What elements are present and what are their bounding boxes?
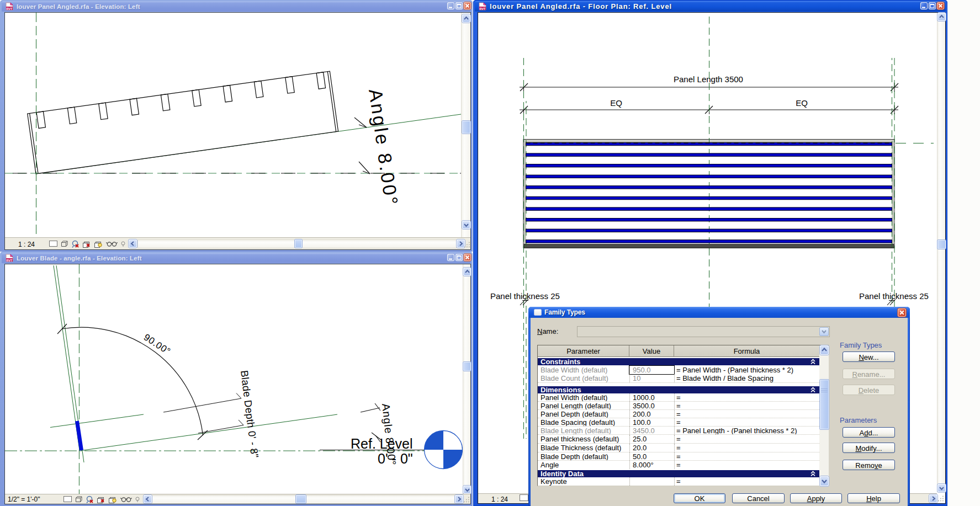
svg-text:EQ: EQ (796, 98, 808, 108)
svg-text:90.00°: 90.00° (142, 332, 173, 356)
svg-text:RVT: RVT (7, 7, 13, 10)
svg-text:Ref. Level: Ref. Level (351, 436, 413, 451)
svg-text:RVT: RVT (480, 7, 486, 10)
svg-text:Panel Length 3500: Panel Length 3500 (674, 74, 743, 84)
svg-text:0' - 0": 0' - 0" (378, 451, 413, 466)
svg-text:RVT: RVT (7, 259, 13, 262)
svg-text:EQ: EQ (610, 98, 622, 108)
svg-text:Angle 8.00°: Angle 8.00° (365, 88, 402, 208)
svg-text:Panel thickness 25: Panel thickness 25 (859, 291, 929, 301)
svg-text:Blade Depth 0' - 8": Blade Depth 0' - 8" (239, 370, 261, 459)
